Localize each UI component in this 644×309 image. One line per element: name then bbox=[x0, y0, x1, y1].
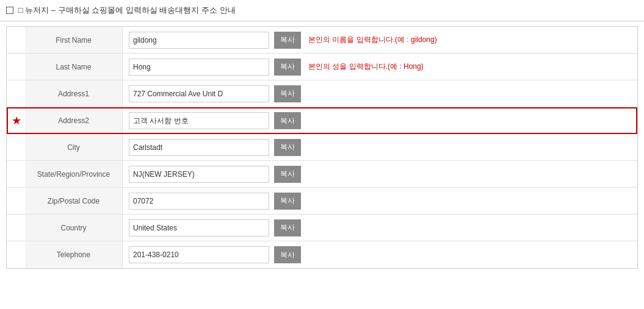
copy-button-city[interactable]: 복사 bbox=[274, 139, 301, 156]
form-row-country: Country복사 bbox=[7, 215, 637, 241]
input-address2[interactable] bbox=[129, 112, 269, 129]
hint-text-last-name: 본인의 성을 입력합니다.(예 : Hong) bbox=[308, 62, 424, 72]
form-row-address2: ★Address2복사 bbox=[7, 107, 637, 134]
input-country[interactable] bbox=[129, 219, 269, 236]
field-label-telephone: Telephone bbox=[25, 241, 123, 268]
input-last-name[interactable] bbox=[129, 59, 269, 76]
form-container: First Name복사본인의 이름을 입력합니다.(예 : gildong)L… bbox=[6, 26, 638, 269]
copy-button-address2[interactable]: 복사 bbox=[274, 112, 301, 129]
input-cell-state: 복사 bbox=[123, 162, 637, 186]
input-telephone[interactable] bbox=[129, 246, 269, 263]
field-label-last-name: Last Name bbox=[25, 54, 123, 80]
title-text: □ 뉴저지 – 구매하실 쇼핑몰에 입력하실 배송대행지 주소 안내 bbox=[18, 5, 236, 15]
input-state[interactable] bbox=[129, 166, 269, 183]
form-row-address1: Address1복사 bbox=[7, 80, 637, 107]
copy-button-zip[interactable]: 복사 bbox=[274, 193, 301, 210]
field-label-city: City bbox=[25, 134, 123, 160]
form-row-city: City복사 bbox=[7, 134, 637, 161]
form-row-last-name: Last Name복사본인의 성을 입력합니다.(예 : Hong) bbox=[7, 54, 637, 80]
input-cell-telephone: 복사 bbox=[123, 243, 637, 267]
field-label-zip: Zip/Postal Code bbox=[25, 188, 123, 214]
field-label-address1: Address1 bbox=[25, 80, 123, 107]
input-cell-country: 복사 bbox=[123, 216, 637, 240]
copy-button-address1[interactable]: 복사 bbox=[274, 85, 301, 102]
input-first-name[interactable] bbox=[129, 32, 269, 49]
input-address1[interactable] bbox=[129, 85, 269, 102]
field-label-address2: Address2 bbox=[25, 108, 123, 133]
form-row-telephone: Telephone복사 bbox=[7, 241, 637, 268]
input-cell-address1: 복사 bbox=[123, 82, 637, 106]
input-city[interactable] bbox=[129, 139, 269, 156]
star-marker: ★ bbox=[8, 114, 25, 127]
hint-text-first-name: 본인의 이름을 입력합니다.(예 : gildong) bbox=[308, 35, 437, 45]
copy-button-country[interactable]: 복사 bbox=[274, 219, 301, 236]
page-title: □ 뉴저지 – 구매하실 쇼핑몰에 입력하실 배송대행지 주소 안내 bbox=[0, 0, 644, 21]
input-zip[interactable] bbox=[129, 193, 269, 210]
field-label-first-name: First Name bbox=[25, 27, 123, 53]
form-row-zip: Zip/Postal Code복사 bbox=[7, 188, 637, 215]
copy-button-state[interactable]: 복사 bbox=[274, 166, 301, 183]
checkbox-icon bbox=[6, 7, 13, 14]
input-cell-zip: 복사 bbox=[123, 189, 637, 213]
form-row-first-name: First Name복사본인의 이름을 입력합니다.(예 : gildong) bbox=[7, 27, 637, 54]
form-row-state: State/Region/Province복사 bbox=[7, 161, 637, 188]
field-label-country: Country bbox=[25, 215, 123, 241]
input-cell-city: 복사 bbox=[123, 135, 637, 160]
input-cell-address2: 복사 bbox=[123, 108, 636, 133]
field-label-state: State/Region/Province bbox=[25, 161, 123, 187]
copy-button-last-name[interactable]: 복사 bbox=[274, 59, 301, 76]
copy-button-first-name[interactable]: 복사 bbox=[274, 32, 301, 49]
input-cell-first-name: 복사본인의 이름을 입력합니다.(예 : gildong) bbox=[123, 28, 637, 52]
input-cell-last-name: 복사본인의 성을 입력합니다.(예 : Hong) bbox=[123, 55, 637, 79]
copy-button-telephone[interactable]: 복사 bbox=[274, 246, 301, 263]
